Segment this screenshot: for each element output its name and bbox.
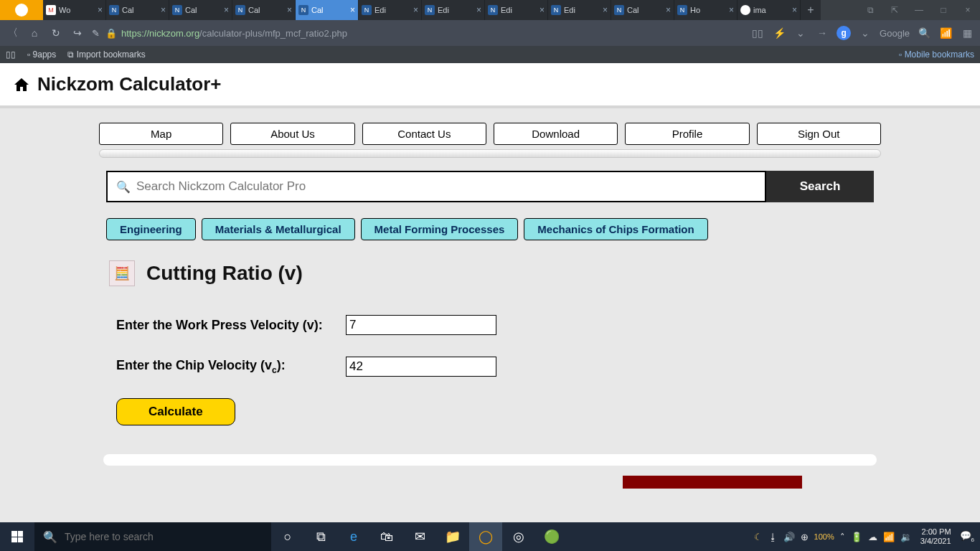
taskbar-search[interactable]: 🔍 <box>34 522 271 551</box>
tab-cal-1[interactable]: NCal× <box>106 0 169 20</box>
close-icon[interactable]: × <box>98 5 103 15</box>
wifi-icon[interactable]: 📶 <box>938 27 953 39</box>
gmail-icon: M <box>46 5 56 15</box>
site-search-button[interactable]: Search <box>766 171 874 202</box>
bookmarks-menu-icon[interactable]: ▯▯ <box>6 50 16 60</box>
close-icon[interactable]: × <box>161 5 166 15</box>
close-icon[interactable]: × <box>729 5 734 15</box>
close-icon[interactable]: × <box>603 5 608 15</box>
tab-edi-4[interactable]: NEdi× <box>548 0 611 20</box>
edge-icon[interactable]: e <box>337 522 370 551</box>
input-chip-velocity[interactable] <box>346 357 496 377</box>
task-view-icon[interactable]: ⧉ <box>304 522 337 551</box>
nav-map[interactable]: Map <box>99 123 223 145</box>
tray-chevron-icon[interactable]: ˄ <box>840 532 845 542</box>
explorer-icon[interactable]: 📁 <box>436 522 469 551</box>
reload-icon[interactable]: ↻ <box>49 27 63 39</box>
site-search-box[interactable]: 🔍 <box>106 171 766 202</box>
input-work-press-velocity[interactable] <box>346 315 496 335</box>
mail-icon[interactable]: ✉ <box>403 522 436 551</box>
crumb-engineering[interactable]: Engineering <box>106 218 196 240</box>
nav-signout[interactable]: Sign Out <box>757 123 881 145</box>
tab-edi-1[interactable]: NEdi× <box>359 0 422 20</box>
new-tab-button[interactable]: + <box>801 0 821 20</box>
tab-edi-2[interactable]: NEdi× <box>422 0 485 20</box>
site-icon: N <box>109 5 119 15</box>
tile-icon[interactable]: ⧉ <box>858 0 882 20</box>
volume-icon[interactable]: 🔊 <box>783 532 795 542</box>
close-window-icon[interactable]: × <box>956 0 980 20</box>
bolt-icon[interactable]: ⚡ <box>772 27 786 39</box>
nav-download[interactable]: Download <box>494 123 618 145</box>
tab-ho[interactable]: NHo× <box>674 0 738 20</box>
skin-icon[interactable]: ⇱ <box>882 0 907 20</box>
tab-cal-2[interactable]: NCal× <box>169 0 232 20</box>
search-icon[interactable]: 🔍 <box>917 27 931 39</box>
page-viewport: Nickzom Calculator+ Map About Us Contact… <box>0 63 980 522</box>
close-icon[interactable]: × <box>224 5 229 15</box>
bookmark-mobile[interactable]: ▫ Mobile bookmarks <box>899 50 974 60</box>
ad-banner-partial[interactable] <box>623 476 802 489</box>
reader-icon[interactable]: ▯▯ <box>750 27 765 39</box>
night-mode-icon[interactable]: ☾ <box>754 532 763 542</box>
google-badge-icon[interactable]: g <box>837 26 851 40</box>
redo-icon[interactable]: ↪ <box>70 27 85 39</box>
site-icon: N <box>614 5 624 15</box>
tab-cal-3[interactable]: NCal× <box>232 0 296 20</box>
nav-profile[interactable]: Profile <box>625 123 749 145</box>
engine-dropdown-icon[interactable]: ⌄ <box>858 27 872 39</box>
camera-icon[interactable]: ◎ <box>502 522 535 551</box>
forward-icon[interactable]: → <box>815 27 829 39</box>
crumb-materials[interactable]: Materials & Metallurgical <box>202 218 355 240</box>
tab-edi-3[interactable]: NEdi× <box>485 0 548 20</box>
start-button[interactable] <box>0 522 34 551</box>
uc-browser-taskbar-icon[interactable]: ◯ <box>469 522 502 551</box>
home-icon[interactable]: ⌂ <box>27 27 42 39</box>
calculator-form: Enter the Work Press Velocity (v): Enter… <box>116 315 864 425</box>
store-icon[interactable]: 🛍 <box>370 522 403 551</box>
site-search-input[interactable] <box>136 179 756 194</box>
crumb-metal-forming[interactable]: Metal Forming Processes <box>361 218 519 240</box>
close-icon[interactable]: × <box>413 5 418 15</box>
back-icon[interactable]: 〈 <box>6 27 20 39</box>
site-icon: N <box>298 5 308 15</box>
tab-cal-4[interactable]: NCal× <box>611 0 674 20</box>
calculate-button[interactable]: Calculate <box>116 398 235 425</box>
onedrive-icon[interactable]: ☁ <box>868 532 877 542</box>
zoom-icon[interactable]: ⊕ <box>801 532 809 542</box>
minimize-icon[interactable]: — <box>907 0 931 20</box>
close-icon[interactable]: × <box>287 5 292 15</box>
nav-pills: Map About Us Contact Us Download Profile… <box>99 123 881 145</box>
address-bar[interactable]: ✎ 🔒 https://nickzom.org/calculator-plus/… <box>92 24 743 42</box>
close-icon[interactable]: × <box>792 5 797 15</box>
apps-grid-icon[interactable]: ▦ <box>960 27 974 39</box>
bookmark-import[interactable]: ⧉ Import bookmarks <box>67 50 145 60</box>
nav-contact[interactable]: Contact Us <box>362 123 486 145</box>
taskbar-search-input[interactable] <box>65 531 263 542</box>
tab-google-images[interactable]: Gima× <box>738 0 801 20</box>
nav-about[interactable]: About Us <box>230 123 354 145</box>
tab-cal-active[interactable]: NCal× <box>296 0 359 20</box>
url-scheme: https:// <box>121 28 149 39</box>
close-icon[interactable]: × <box>666 5 671 15</box>
close-icon[interactable]: × <box>350 5 355 15</box>
lock-icon: 🔒 <box>105 28 117 39</box>
action-center-icon[interactable]: 💬6 <box>960 530 974 543</box>
battery-icon[interactable]: 🔋 <box>851 532 862 542</box>
tab-gmail[interactable]: MWo× <box>43 0 106 20</box>
site-tools-icon[interactable]: ✎ <box>92 28 100 39</box>
wifi-tray-icon[interactable]: 📶 <box>883 532 895 542</box>
crumb-chips-formation[interactable]: Mechanics of Chips Formation <box>524 218 707 240</box>
chrome-icon[interactable]: 🟢 <box>535 522 568 551</box>
maximize-icon[interactable]: □ <box>931 0 956 20</box>
close-icon[interactable]: × <box>540 5 545 15</box>
uc-browser-logo[interactable] <box>0 0 43 20</box>
clock[interactable]: 2:00 PM 3/4/2021 <box>918 527 954 546</box>
sound-tray-icon[interactable]: 🔉 <box>900 532 912 542</box>
bookmark-9apps[interactable]: ▫ 9apps <box>27 50 56 60</box>
chevron-down-icon[interactable]: ⌄ <box>793 27 808 39</box>
cortana-icon[interactable]: ○ <box>271 522 304 551</box>
close-icon[interactable]: × <box>476 5 481 15</box>
download-tray-icon[interactable]: ⭳ <box>768 532 778 542</box>
site-icon: N <box>172 5 182 15</box>
